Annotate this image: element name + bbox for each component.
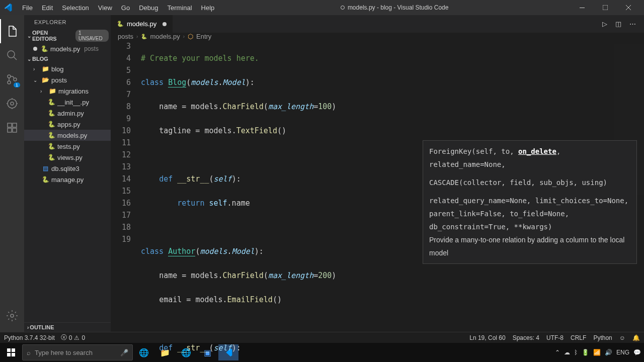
- search-icon: ⌕: [27, 349, 31, 356]
- menu-file[interactable]: File: [18, 2, 37, 14]
- file-manage[interactable]: 🐍manage.py: [24, 174, 111, 185]
- folder-icon: 📁: [41, 65, 49, 72]
- start-button[interactable]: [1, 344, 21, 360]
- dirty-indicator-icon: [163, 22, 167, 26]
- menu-terminal[interactable]: Terminal: [163, 2, 196, 14]
- more-actions-button[interactable]: ⋯: [627, 18, 638, 30]
- split-editor-button[interactable]: ◫: [613, 18, 623, 30]
- svg-rect-17: [8, 128, 12, 132]
- menu-debug[interactable]: Debug: [135, 2, 162, 14]
- activity-extensions-icon[interactable]: [0, 116, 24, 140]
- python-icon: 🐍: [40, 45, 48, 52]
- scm-badge: 1: [14, 82, 20, 87]
- tab-models[interactable]: 🐍 models.py: [111, 15, 173, 33]
- close-button[interactable]: [617, 0, 640, 15]
- svg-rect-23: [12, 353, 15, 356]
- python-icon: 🐍: [47, 154, 55, 161]
- svg-rect-16: [13, 123, 17, 127]
- python-icon: 🐍: [47, 121, 55, 128]
- svg-point-19: [11, 314, 14, 317]
- warning-icon: ⚠: [74, 334, 79, 341]
- titlebar: File Edit Selection View Go Debug Termin…: [0, 0, 644, 15]
- error-icon: ⓧ: [61, 333, 67, 342]
- maximize-button[interactable]: [594, 0, 617, 15]
- python-icon: 🐍: [141, 34, 147, 39]
- open-editors-section[interactable]: ⌄ OPEN EDITORS 1 UNSAVED: [24, 28, 111, 43]
- activity-settings-icon[interactable]: [0, 304, 24, 328]
- activity-search-icon[interactable]: [0, 43, 24, 67]
- run-button[interactable]: ▷: [600, 18, 609, 30]
- unsaved-badge: 1 UNSAVED: [75, 30, 109, 42]
- menu-go[interactable]: Go: [117, 2, 134, 14]
- file-init[interactable]: 🐍__init__.py: [24, 97, 111, 108]
- line-gutter: 345678910111213141516171819: [111, 40, 141, 362]
- file-models[interactable]: 🐍models.py: [24, 130, 111, 141]
- breadcrumb[interactable]: posts› 🐍models.py› ⬡Entry: [111, 33, 644, 40]
- file-views[interactable]: 🐍views.py: [24, 152, 111, 163]
- svg-rect-1: [603, 5, 608, 10]
- menu-help[interactable]: Help: [197, 2, 219, 14]
- database-icon: ▤: [41, 165, 49, 172]
- svg-rect-0: [580, 8, 585, 8]
- minimize-button[interactable]: [571, 0, 594, 15]
- svg-rect-18: [13, 128, 17, 132]
- svg-point-9: [8, 99, 17, 108]
- activity-debug-icon[interactable]: [0, 92, 24, 116]
- open-editor-item[interactable]: 🐍 models.py posts: [24, 43, 111, 54]
- sidebar-title: EXPLORER: [24, 15, 111, 28]
- folder-posts[interactable]: ⌄📂posts: [24, 74, 111, 85]
- python-icon: 🐍: [47, 132, 55, 139]
- svg-line-5: [14, 57, 17, 60]
- activity-scm-icon[interactable]: 1: [0, 67, 24, 92]
- window-title: models.py - blog - Visual Studio Code: [218, 4, 571, 11]
- file-apps[interactable]: 🐍apps.py: [24, 119, 111, 130]
- activity-explorer-icon[interactable]: [0, 19, 24, 43]
- file-tests[interactable]: 🐍tests.py: [24, 141, 111, 152]
- python-icon: 🐍: [117, 21, 124, 27]
- menu-bar: File Edit Selection View Go Debug Termin…: [18, 2, 218, 14]
- signature-help-popup: ForeignKey(self, to, on_delete, related_…: [423, 140, 637, 264]
- folder-icon: 📁: [48, 87, 56, 95]
- status-problems[interactable]: ⓧ0 ⚠0: [61, 333, 85, 342]
- file-admin[interactable]: 🐍admin.py: [24, 108, 111, 119]
- activity-bar: 1: [0, 15, 24, 332]
- vscode-icon: [4, 4, 12, 12]
- svg-point-7: [8, 81, 11, 84]
- python-icon: 🐍: [41, 176, 49, 183]
- file-db[interactable]: ▤db.sqlite3: [24, 163, 111, 174]
- editor-tabs: 🐍 models.py ▷ ◫ ⋯: [111, 15, 644, 33]
- editor-area: 🐍 models.py ▷ ◫ ⋯ posts› 🐍models.py› ⬡En…: [111, 15, 644, 332]
- svg-rect-20: [7, 348, 11, 352]
- folder-migrations[interactable]: ›📁migrations: [24, 85, 111, 97]
- svg-point-4: [8, 51, 15, 58]
- svg-rect-15: [8, 123, 12, 127]
- folder-blog[interactable]: ›📁blog: [24, 63, 111, 74]
- outline-section[interactable]: › OUTLINE: [24, 322, 111, 332]
- folder-icon: 📂: [41, 76, 49, 83]
- python-icon: 🐍: [47, 99, 55, 106]
- workspace-section[interactable]: ⌄ BLOG: [24, 54, 111, 63]
- menu-selection[interactable]: Selection: [58, 2, 93, 14]
- python-icon: 🐍: [47, 143, 55, 150]
- python-icon: 🐍: [47, 110, 55, 117]
- window-controls: [571, 0, 640, 15]
- svg-point-6: [8, 75, 11, 78]
- svg-point-10: [11, 102, 14, 105]
- file-tree: ›📁blog ⌄📂posts ›📁migrations 🐍__init__.py…: [24, 63, 111, 185]
- svg-point-8: [14, 78, 17, 81]
- svg-rect-21: [12, 348, 15, 352]
- menu-edit[interactable]: Edit: [38, 2, 57, 14]
- menu-view[interactable]: View: [94, 2, 116, 14]
- svg-rect-22: [7, 353, 11, 356]
- status-python[interactable]: Python 3.7.4 32-bit: [4, 334, 55, 341]
- sidebar: EXPLORER ⌄ OPEN EDITORS 1 UNSAVED 🐍 mode…: [24, 15, 111, 332]
